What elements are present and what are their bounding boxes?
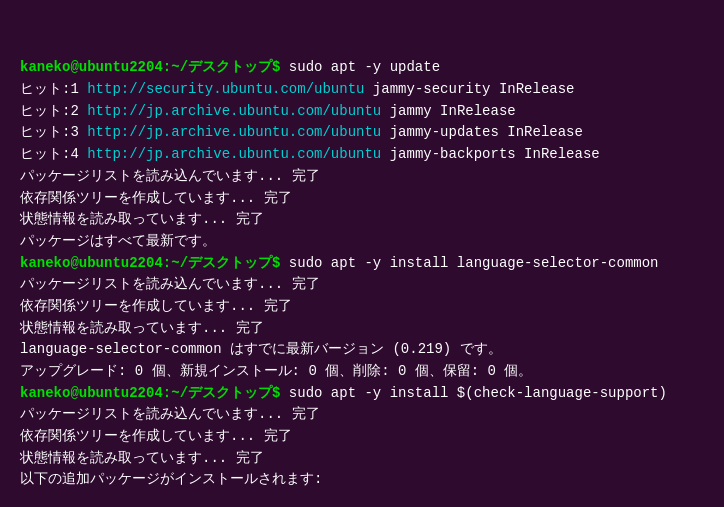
command-text: sudo apt -y update: [289, 59, 440, 75]
output-line: language-selector-common はすでに最新バージョン (0.…: [20, 339, 724, 361]
hit-prefix: ヒット:4: [20, 146, 87, 162]
output-line: 依存関係ツリーを作成しています... 完了: [20, 296, 724, 318]
output-line: 以下の追加パッケージがインストールされます:: [20, 469, 724, 491]
prompt: kaneko@ubuntu2204:~/デスクトップ$: [20, 59, 289, 75]
hit-rest: jammy-security InRelease: [364, 81, 574, 97]
terminal-output[interactable]: kaneko@ubuntu2204:~/デスクトップ$ sudo apt -y …: [20, 14, 724, 491]
hit-rest: jammy-backports InRelease: [381, 146, 599, 162]
terminal-line: ヒット:1 http://security.ubuntu.com/ubuntu …: [20, 79, 724, 101]
hit-prefix: ヒット:1: [20, 81, 87, 97]
output-line: 状態情報を読み取っています... 完了: [20, 448, 724, 470]
output-line: パッケージリストを読み込んでいます... 完了: [20, 274, 724, 296]
hit-url: http://security.ubuntu.com/ubuntu: [87, 81, 364, 97]
prompt: kaneko@ubuntu2204:~/デスクトップ$: [20, 385, 289, 401]
output-line: パッケージはすべて最新です。: [20, 231, 724, 253]
terminal-line: ヒット:3 http://jp.archive.ubuntu.com/ubunt…: [20, 122, 724, 144]
output-line: 依存関係ツリーを作成しています... 完了: [20, 426, 724, 448]
hit-rest: jammy-updates InRelease: [381, 124, 583, 140]
terminal-line: kaneko@ubuntu2204:~/デスクトップ$ sudo apt -y …: [20, 253, 724, 275]
output-line: アップグレード: 0 個、新規インストール: 0 個、削除: 0 個、保留: 0…: [20, 361, 724, 383]
terminal-line: ヒット:2 http://jp.archive.ubuntu.com/ubunt…: [20, 101, 724, 123]
output-line: 依存関係ツリーを作成しています... 完了: [20, 188, 724, 210]
terminal-line: ヒット:4 http://jp.archive.ubuntu.com/ubunt…: [20, 144, 724, 166]
prompt: kaneko@ubuntu2204:~/デスクトップ$: [20, 255, 289, 271]
output-line: パッケージリストを読み込んでいます... 完了: [20, 166, 724, 188]
command-text: sudo apt -y install $(check-language-sup…: [289, 385, 667, 401]
hit-url: http://jp.archive.ubuntu.com/ubuntu: [87, 124, 381, 140]
terminal-line: kaneko@ubuntu2204:~/デスクトップ$ sudo apt -y …: [20, 57, 724, 79]
hit-url: http://jp.archive.ubuntu.com/ubuntu: [87, 103, 381, 119]
terminal-window: kaneko@ubuntu2204:~/デスクトップ$ sudo apt -y …: [10, 8, 724, 507]
terminal-line: kaneko@ubuntu2204:~/デスクトップ$ sudo apt -y …: [20, 383, 724, 405]
output-line: 状態情報を読み取っています... 完了: [20, 209, 724, 231]
output-line: 状態情報を読み取っています... 完了: [20, 318, 724, 340]
hit-url: http://jp.archive.ubuntu.com/ubuntu: [87, 146, 381, 162]
hit-prefix: ヒット:2: [20, 103, 87, 119]
hit-prefix: ヒット:3: [20, 124, 87, 140]
output-line: パッケージリストを読み込んでいます... 完了: [20, 404, 724, 426]
command-text: sudo apt -y install language-selector-co…: [289, 255, 659, 271]
hit-rest: jammy InRelease: [381, 103, 515, 119]
